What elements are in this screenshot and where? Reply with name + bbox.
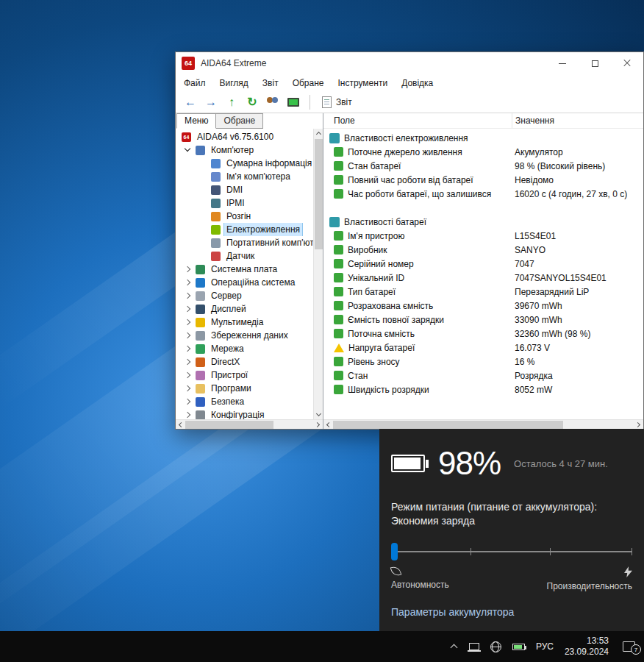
- chevron-right-icon[interactable]: [185, 371, 192, 379]
- tree-item-security[interactable]: Безпека: [176, 395, 313, 408]
- close-button[interactable]: [611, 52, 643, 74]
- chevron-right-icon[interactable]: [185, 345, 192, 352]
- table-row[interactable]: Повний час роботи від батареї Невідомо: [323, 173, 643, 187]
- table-row[interactable]: Унікальний ID 7047SANYOL15S4E01: [323, 271, 643, 285]
- table-row[interactable]: Серійний номер 7047: [323, 257, 643, 271]
- table-row[interactable]: Тип батареї Перезарядний LiP: [323, 285, 643, 299]
- scroll-up-icon[interactable]: [314, 129, 323, 138]
- tree-item-sensor[interactable]: Датчик: [176, 249, 313, 263]
- column-header-field[interactable]: Поле: [323, 115, 512, 126]
- scroll-right-icon[interactable]: [313, 420, 323, 430]
- tray-battery-icon[interactable]: [512, 644, 525, 650]
- clock[interactable]: 13:53 23.09.2024: [565, 636, 609, 658]
- column-header-value[interactable]: Значення: [512, 113, 643, 128]
- table-row[interactable]: Ім'я пристрою L15S4E01: [323, 229, 643, 243]
- table-row[interactable]: Розрахована ємність 39670 mWh: [323, 299, 643, 313]
- scrollbar-thumb[interactable]: [185, 421, 273, 429]
- tree-horizontal-scrollbar[interactable]: [176, 419, 323, 429]
- users-icon[interactable]: [264, 93, 282, 111]
- remote-monitor-icon[interactable]: [285, 93, 302, 111]
- scroll-left-icon[interactable]: [323, 420, 333, 430]
- table-row[interactable]: Виробник SANYO: [323, 243, 643, 257]
- action-center-icon[interactable]: 7: [623, 641, 635, 652]
- tree-item-summary[interactable]: Сумарна інформація: [176, 157, 313, 170]
- refresh-icon[interactable]: ↻: [243, 93, 261, 111]
- menu-item-report[interactable]: Звіт: [262, 78, 279, 88]
- tree-item-ipmi[interactable]: IPMI: [176, 196, 313, 210]
- table-row[interactable]: Стан Розрядка: [323, 369, 643, 382]
- section-header-row[interactable]: Властивості батареї: [323, 215, 643, 229]
- scrollbar-thumb[interactable]: [315, 139, 323, 249]
- tree-item-devices[interactable]: Пристрої: [176, 369, 313, 382]
- field-value: Невідомо: [512, 175, 643, 185]
- menu-item-file[interactable]: Файл: [184, 78, 206, 88]
- tree-item-computer-name[interactable]: Ім'я комп'ютера: [176, 170, 313, 183]
- up-icon[interactable]: ↑: [223, 93, 240, 111]
- chevron-right-icon[interactable]: [185, 305, 192, 313]
- chevron-right-icon[interactable]: [185, 398, 192, 405]
- chevron-up-icon[interactable]: [449, 642, 458, 651]
- tree-item-os[interactable]: Операційна система: [176, 276, 313, 289]
- network-icon[interactable]: [490, 641, 501, 652]
- tree-item-power[interactable]: Електроживлення: [176, 223, 313, 236]
- chevron-right-icon[interactable]: [185, 411, 192, 419]
- table-row[interactable]: Ємність повної зарядки 33090 mWh: [323, 313, 643, 327]
- scroll-left-icon[interactable]: [176, 420, 185, 430]
- menu-item-help[interactable]: Довідка: [401, 78, 433, 88]
- tree-item-motherboard[interactable]: Системна плата: [176, 263, 313, 276]
- slider-track[interactable]: [391, 551, 632, 552]
- table-row[interactable]: Час роботи батареї, що залишився 16020 с…: [323, 187, 643, 201]
- power-mode-slider[interactable]: [391, 543, 632, 560]
- chevron-expanded-icon[interactable]: [185, 146, 192, 154]
- field-value: 39670 mWh: [512, 301, 643, 311]
- tree-item-portable[interactable]: Портативний комп'ютер: [176, 236, 313, 249]
- tray-device-icon[interactable]: [469, 643, 479, 650]
- tree-item-root[interactable]: 64 AIDA64 v6.75.6100: [176, 130, 313, 143]
- tree-item-network[interactable]: Мережа: [176, 342, 313, 355]
- chevron-right-icon[interactable]: [185, 279, 192, 286]
- table-row[interactable]: Напруга батареї 16.073 V: [323, 341, 643, 355]
- tree-item-overclock[interactable]: Розгін: [176, 210, 313, 223]
- minimize-button[interactable]: [546, 52, 579, 74]
- tree-item-display[interactable]: Дисплей: [176, 302, 313, 316]
- table-row[interactable]: Рівень зносу 16 %: [323, 355, 643, 369]
- battery-settings-link[interactable]: Параметры аккумулятора: [391, 606, 514, 618]
- table-row[interactable]: Стан батареї 98 % (Високий рівень): [323, 159, 643, 173]
- section-header-row[interactable]: Властивості електроживлення: [323, 131, 643, 145]
- tree-item-dmi[interactable]: DMI: [176, 183, 313, 196]
- chevron-right-icon[interactable]: [185, 318, 192, 326]
- forward-icon[interactable]: →: [202, 93, 220, 111]
- tree-item-directx[interactable]: DirectX: [176, 355, 313, 369]
- tree-item-config[interactable]: Конфігурація: [176, 408, 313, 419]
- tab-favorites[interactable]: Обране: [216, 113, 263, 129]
- table-row[interactable]: Швидкість розрядки 8052 mW: [323, 382, 643, 396]
- tree-item-programs[interactable]: Програми: [176, 382, 313, 395]
- table-row[interactable]: Поточна ємність 32360 mWh (98 %): [323, 327, 643, 341]
- tree-item-computer[interactable]: Комп'ютер: [176, 143, 313, 157]
- scroll-down-icon[interactable]: [314, 410, 323, 419]
- chevron-right-icon[interactable]: [185, 266, 192, 273]
- tree-item-storage[interactable]: Збереження даних: [176, 329, 313, 342]
- scrollbar-thumb[interactable]: [333, 421, 563, 429]
- tree-vertical-scrollbar[interactable]: [313, 129, 323, 419]
- menu-item-view[interactable]: Вигляд: [220, 78, 248, 88]
- titlebar[interactable]: 64 AIDA64 Extreme: [176, 52, 643, 74]
- scroll-right-icon[interactable]: [634, 420, 643, 430]
- menu-item-tools[interactable]: Інструменти: [338, 78, 388, 88]
- language-indicator[interactable]: РУС: [536, 641, 554, 652]
- back-icon[interactable]: ←: [182, 93, 199, 111]
- tree-item-multimedia[interactable]: Мультимедіа: [176, 316, 313, 329]
- maximize-button[interactable]: [579, 52, 611, 74]
- details-horizontal-scrollbar[interactable]: [323, 419, 643, 429]
- report-button[interactable]: Звіт: [318, 95, 357, 110]
- table-row[interactable]: Поточне джерело живлення Акумулятор: [323, 145, 643, 159]
- menu-item-favorites[interactable]: Обране: [293, 78, 324, 88]
- tab-menu[interactable]: Меню: [176, 113, 216, 129]
- slider-handle[interactable]: [391, 543, 398, 560]
- chevron-right-icon[interactable]: [185, 358, 192, 366]
- chevron-right-icon[interactable]: [185, 332, 192, 339]
- tree-item-server[interactable]: Сервер: [176, 289, 313, 302]
- computer-name-icon: [211, 172, 221, 182]
- chevron-right-icon[interactable]: [185, 292, 192, 299]
- chevron-right-icon[interactable]: [185, 385, 192, 392]
